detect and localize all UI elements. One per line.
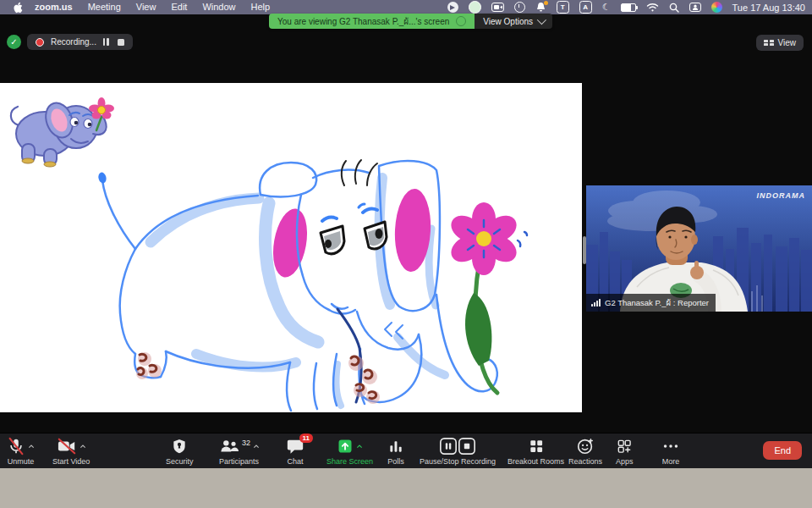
apps-button[interactable]: Apps [616,437,634,466]
layout-grid-icon [764,40,774,47]
indorama-watermark: INDORAMA [757,191,806,200]
unmute-options-caret[interactable] [28,443,35,450]
apple-menu-icon[interactable] [8,2,27,14]
telegram-icon[interactable] [447,0,458,14]
menu-bar-clock[interactable]: Tue 17 Aug 13:40 [732,3,805,13]
reactions-smiley-icon [576,437,595,456]
menu-view[interactable]: View [129,0,164,14]
menu-bar: zoom.us Meeting View Edit Window Help T … [0,0,812,14]
participants-button[interactable]: 32 Participants [218,437,260,466]
share-screen-button[interactable]: Share Screen [326,437,373,466]
zoom-toolbar: Unmute Start Video Security 32 Participa… [0,433,812,469]
apps-icon [616,437,633,456]
video-options-caret[interactable] [80,443,86,450]
screen-share-banner: You are viewing G2 Thanasak P._ผ้...'s s… [269,14,552,29]
more-button[interactable]: More [661,437,680,466]
pause-stop-icons [438,437,477,456]
view-options-button[interactable]: View Options [475,14,552,29]
participants-icon [218,437,240,456]
pause-recording-button[interactable] [103,38,109,46]
clipart-elephant [11,97,114,167]
unmute-button[interactable]: Unmute [7,437,35,466]
clock-icon[interactable] [514,0,525,14]
signal-bars-icon [591,299,601,306]
more-dots-icon [661,437,680,456]
shared-screen-drawing [0,83,582,412]
share-screen-icon [337,437,354,456]
shield-icon [171,437,188,456]
polls-button[interactable]: Polls [387,437,404,466]
menu-window[interactable]: Window [195,0,243,14]
participant-name-label: G2 Thanasak P._ผ้ : Reporter [586,294,716,312]
participant-video-frame [586,185,812,312]
participants-count: 32 [242,439,250,447]
elephant-eyes [321,204,387,254]
view-layout-button[interactable]: View [756,35,804,51]
chat-button[interactable]: 11 Chat [286,437,304,466]
security-button[interactable]: Security [166,437,194,466]
battery-icon[interactable] [621,0,636,14]
meeting-stage: ✓ Recording... View [0,14,812,468]
menu-meeting[interactable]: Meeting [80,0,129,14]
polls-icon [387,437,404,456]
reactions-button[interactable]: Reactions [568,437,602,466]
assistive-icon[interactable]: A [579,0,592,14]
hand-drawn-elephant [97,160,527,411]
user-switch-icon[interactable] [689,0,701,14]
participant-video-tile[interactable]: INDORAMA G2 Thanasak P._ผ้ : Reporter [586,185,812,312]
end-meeting-button[interactable]: End [763,441,802,460]
recording-dot-icon [36,38,44,47]
siri-icon[interactable] [711,0,722,14]
elephant-toenails [136,352,380,404]
zoom-video-icon[interactable] [491,0,504,14]
recording-label: Recording... [51,37,96,47]
notification-bell-icon[interactable] [535,0,546,14]
menu-help[interactable]: Help [244,0,278,14]
wifi-icon[interactable] [646,0,659,14]
chevron-down-icon [537,15,546,25]
breakout-rooms-icon [528,437,545,456]
start-video-button[interactable]: Start Video [52,437,90,466]
stop-recording-button[interactable] [118,39,124,46]
participants-caret[interactable] [253,443,260,450]
line-icon[interactable] [469,0,481,14]
desktop: { "menu_bar": { "menus": ["zoom.us", "Me… [0,0,812,508]
banner-indicator-icon[interactable] [456,16,466,26]
meeting-info-shield-icon[interactable]: ✓ [7,35,21,49]
pause-stop-recording-button[interactable]: Pause/Stop Recording [420,437,496,466]
share-options-caret[interactable] [356,443,363,450]
share-banner-message: You are viewing G2 Thanasak P._ผ้...'s s… [277,15,449,28]
drawn-flower [447,202,527,393]
breakout-rooms-button[interactable]: Breakout Rooms [508,437,564,466]
desktop-wallpaper-strip: ✉ AUG 17 ♫ A tv X LINE W P [0,468,812,508]
spotlight-icon[interactable] [669,0,679,14]
recording-indicator: Recording... [27,34,133,50]
shared-screen-canvas [0,83,582,412]
menu-edit[interactable]: Edit [163,0,195,14]
textedit-icon[interactable]: T [557,0,569,14]
menu-zoom-us[interactable]: zoom.us [27,0,80,14]
chat-unread-badge: 11 [299,433,313,443]
do-not-disturb-moon-icon[interactable]: ☾ [602,0,611,14]
